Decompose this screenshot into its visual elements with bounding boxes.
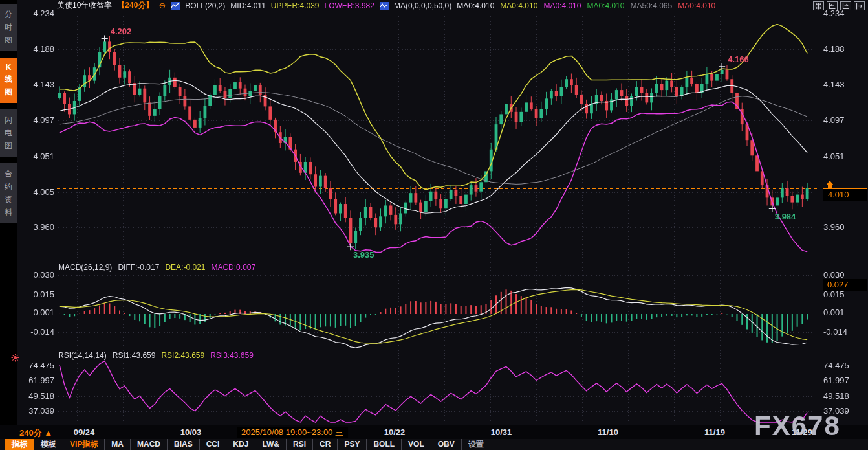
axis-tick-label: 37.039 [28, 406, 54, 416]
ma-legend-value: MA50:4.065 [630, 1, 672, 10]
sidebar-item-char: 分 [5, 9, 12, 20]
sidebar-item-char: 时 [5, 22, 12, 33]
toolbar-tab-VOL[interactable]: VOL [402, 439, 431, 450]
sidebar-item-char: 图 [5, 35, 12, 46]
boll-mid-value: MID:4.011 [230, 1, 265, 10]
indicator-toolbar: 指标模板VIP指标MAMACDBIASCCIKDJLW&RSICRPSYBOLL… [0, 439, 868, 450]
toolbar-tab-BOLL[interactable]: BOLL [367, 439, 402, 450]
hot-indicator-icon[interactable] [11, 353, 19, 365]
price-up-arrow-icon [826, 181, 834, 185]
ma-legend-value: MA0:4.010 [543, 1, 581, 10]
sidebar-item-合约资料[interactable]: 合约资料 [0, 163, 17, 223]
toolbar-tab-OBV[interactable]: OBV [431, 439, 462, 450]
sidebar-item-分时图[interactable]: 分时图 [0, 4, 17, 51]
toolbar-tab-MA[interactable]: MA [105, 439, 131, 450]
axis-tick-label: 4.143 [823, 80, 845, 89]
toolbar-tab-指标[interactable]: 指标 [5, 439, 34, 450]
axis-tick-label: 37.039 [823, 406, 849, 416]
ma-legend-value: MA0:4.010 [500, 1, 537, 10]
axis-tick-label: 4.097 [33, 115, 54, 125]
axis-tick-label: 4.051 [823, 152, 845, 161]
sidebar-item-char: K [6, 63, 12, 72]
chart-canvas[interactable] [0, 0, 868, 450]
macd-header: MACD(26,12,9) DIFF:-0.017 DEA:-0.021 MAC… [58, 263, 255, 272]
sidebar-item-char: 线 [5, 74, 12, 85]
crosshair-date-label: 2025/10/08 19:00~23:00 三 [237, 427, 348, 438]
axis-tick-label: 0.030 [823, 270, 845, 280]
toolbar-tab-PSY[interactable]: PSY [338, 439, 367, 450]
axis-tick-label: 0.015 [823, 289, 845, 299]
toolbar-tab-CCI[interactable]: CCI [200, 439, 227, 450]
axis-tick-label: 4.234 [33, 8, 54, 18]
x-axis-date: 10/22 [384, 427, 406, 437]
sidebar-item-char: 图 [5, 87, 12, 98]
sidebar-item-闪电图[interactable]: 闪电图 [0, 109, 17, 157]
x-axis-row: 240分 ▲ 09/2410/0310/2210/3111/1011/1911/… [0, 425, 868, 439]
axis-tick-label: 4.188 [823, 44, 845, 54]
axis-tick-label: 4.143 [33, 80, 54, 89]
axis-tick-label: 0.001 [823, 308, 845, 317]
axis-tick-label: -0.014 [823, 327, 847, 337]
macd-dea-value: DEA:-0.021 [165, 263, 205, 272]
sidebar-item-char: 电 [5, 128, 12, 139]
x-axis-date: 11/10 [598, 427, 618, 437]
macd-diff-value: DIFF:-0.017 [118, 263, 159, 272]
toolbar-tab-CR[interactable]: CR [313, 439, 338, 450]
toolbar-tab-RSI[interactable]: RSI [287, 439, 313, 450]
sidebar-item-char: 合 [5, 168, 12, 179]
toolbar-tab-VIP指标[interactable]: VIP指标 [63, 439, 105, 450]
axis-tick-label: 4.097 [823, 115, 845, 125]
axis-tick-label: 0.015 [33, 289, 54, 299]
ma-legend-value: MA0:4.010 [587, 1, 624, 10]
timeframe-selector[interactable]: 240分 ▲ [19, 427, 52, 439]
axis-tick-label: 74.475 [823, 361, 849, 370]
current-price-tag: 4.010 [823, 188, 867, 201]
toolbar-tab-设置[interactable]: 设置 [462, 439, 490, 450]
toolbar-tab-LW&[interactable]: LW& [255, 439, 287, 450]
axis-tick-label: -0.014 [30, 327, 54, 337]
toolbar-tab-模板[interactable]: 模板 [34, 439, 63, 450]
rsi3-value: RSI3:43.659 [210, 351, 254, 360]
x-axis-date: 10/31 [491, 427, 512, 437]
axis-tick-label: 74.475 [28, 361, 54, 370]
instrument-title: 美债10年收益率 [57, 0, 112, 11]
ma-legend-label: MA(0,0,0,0,50,0) [394, 1, 451, 10]
x-axis-date: 11/19 [704, 427, 725, 437]
chart-header: 美债10年收益率 【240分】 ⊖ BOLL(20,2) MID:4.011 U… [57, 1, 715, 10]
sidebar: 分时图K线图闪电图合约资料 [0, 0, 17, 450]
scale-left-icon[interactable] [827, 1, 838, 10]
sidebar-item-char: 资 [5, 194, 12, 205]
rsi-label: RSI(14,14,14) [58, 351, 107, 360]
axis-tick-label: 49.518 [28, 391, 54, 401]
pan-tool-icon[interactable] [813, 1, 824, 10]
toolbar-tab-KDJ[interactable]: KDJ [226, 439, 255, 450]
macd-macd-value: MACD:0.007 [211, 263, 255, 272]
scale-right-icon[interactable] [840, 1, 851, 10]
boll-upper-value: UPPER:4.039 [271, 1, 320, 10]
sidebar-item-char: 约 [5, 181, 12, 192]
toolbar-tab-MACD[interactable]: MACD [131, 439, 168, 450]
sidebar-item-char: 闪 [5, 115, 12, 126]
sidebar-item-char: 图 [5, 141, 12, 152]
macd-value-tag: 0.027 [823, 279, 867, 291]
ma-legend-value: MA0:4.010 [457, 1, 494, 10]
x-axis-date: 09/24 [74, 427, 95, 437]
axis-tick-label: 4.188 [33, 44, 54, 54]
axis-tick-label: 61.997 [823, 376, 849, 385]
boll-lower-value: LOWER:3.982 [325, 1, 374, 10]
x-axis-date: 11/29 [792, 427, 812, 437]
sidebar-item-K线图[interactable]: K线图 [0, 58, 17, 103]
x-axis-date: 10/03 [180, 427, 202, 437]
exit-pan-icon[interactable] [854, 1, 865, 10]
collapse-icon[interactable]: ⊖ [158, 1, 166, 10]
axis-tick-label: 49.518 [823, 391, 849, 401]
axis-tick-label: 0.001 [33, 308, 54, 317]
boll-indicator-icon [171, 2, 180, 10]
toolbar-tab-BIAS[interactable]: BIAS [168, 439, 200, 450]
chart-window-controls [813, 1, 865, 10]
axis-tick-label: 61.997 [28, 376, 54, 385]
sidebar-item-char: 料 [5, 207, 12, 218]
axis-tick-label: 0.030 [33, 270, 54, 280]
rsi2-value: RSI2:43.659 [161, 351, 204, 360]
ma-indicator-icon [380, 2, 389, 10]
